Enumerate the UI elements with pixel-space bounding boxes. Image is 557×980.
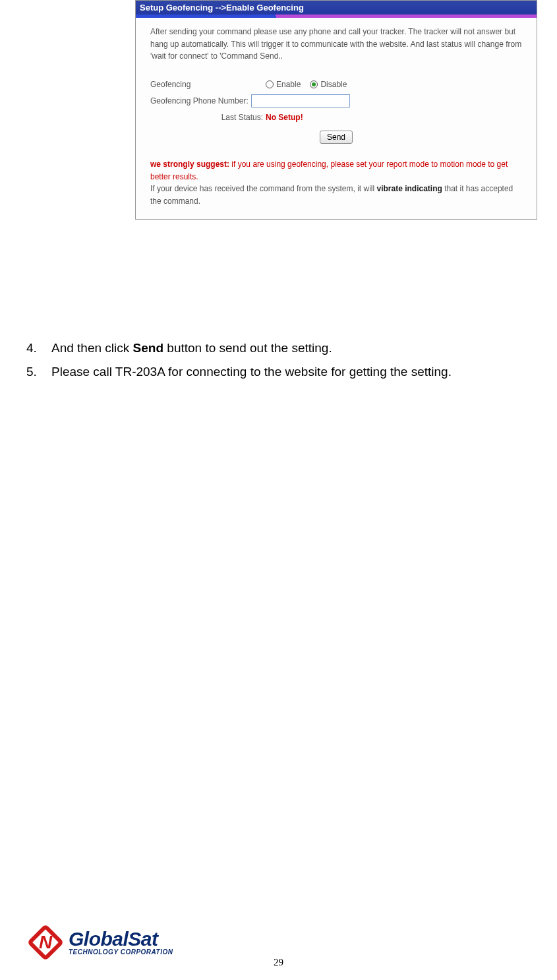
disable-radio-label: Disable bbox=[320, 78, 347, 91]
instruction-4-bold: Send bbox=[133, 341, 163, 355]
instruction-5-number: 5. bbox=[26, 360, 51, 384]
geofencing-label: Geofencing bbox=[150, 78, 266, 91]
geofencing-toggle-row: Geofencing Enable Disable bbox=[150, 78, 522, 91]
instruction-4-before: And then click bbox=[51, 341, 133, 355]
vibrate-indicating: vibrate indicating bbox=[376, 184, 442, 193]
panel-body: After sending your command please use an… bbox=[136, 18, 537, 219]
suggest-prefix: we strongly suggest: bbox=[150, 160, 231, 169]
enable-radio-label: Enable bbox=[276, 78, 301, 91]
instruction-4: 4. And then click Send button to send ou… bbox=[26, 336, 547, 360]
panel-title: Setup Geofencing -->Enable Geofencing bbox=[136, 1, 537, 16]
logo-mark-icon: N bbox=[26, 923, 65, 962]
suggest-line2: If your device has received the command … bbox=[150, 184, 513, 206]
send-button-wrap: Send bbox=[150, 131, 522, 144]
radio-selected-icon bbox=[310, 80, 318, 88]
logo-text: GlobalSat TECHNOLOGY CORPORATION bbox=[69, 929, 173, 956]
page-number: 29 bbox=[274, 957, 283, 968]
suggest-line2-before: If your device has received the command … bbox=[150, 184, 376, 193]
disable-radio[interactable]: Disable bbox=[310, 78, 347, 91]
radio-empty-icon bbox=[266, 80, 274, 88]
instruction-4-text: And then click Send button to send out t… bbox=[51, 336, 547, 360]
instruction-5-text: Please call TR-203A for connecting to th… bbox=[51, 360, 547, 384]
phone-number-row: Geofencing Phone Number: bbox=[150, 94, 522, 107]
logo-sub-text: TECHNOLOGY CORPORATION bbox=[69, 949, 173, 956]
phone-number-input[interactable] bbox=[251, 94, 350, 107]
last-status-label: Last Status: bbox=[150, 111, 266, 124]
panel-intro-text: After sending your command please use an… bbox=[150, 26, 522, 63]
globalsat-logo: N GlobalSat TECHNOLOGY CORPORATION bbox=[26, 923, 173, 962]
instruction-4-number: 4. bbox=[26, 336, 51, 360]
geofencing-panel: Setup Geofencing -->Enable Geofencing Af… bbox=[135, 0, 537, 220]
send-button[interactable]: Send bbox=[320, 131, 353, 144]
phone-number-label: Geofencing Phone Number: bbox=[150, 95, 249, 107]
instruction-5: 5. Please call TR-203A for connecting to… bbox=[26, 360, 547, 384]
suggest-block: we strongly suggest: if you are using ge… bbox=[150, 158, 522, 207]
instruction-4-after: button to send out the setting. bbox=[163, 341, 332, 355]
instruction-list: 4. And then click Send button to send ou… bbox=[26, 336, 547, 384]
logo-main-text: GlobalSat bbox=[69, 929, 173, 949]
geofencing-radio-group: Enable Disable bbox=[266, 78, 353, 91]
enable-radio[interactable]: Enable bbox=[266, 78, 301, 91]
last-status-row: Last Status: No Setup! bbox=[150, 111, 522, 124]
suggest-line1: we strongly suggest: if you are using ge… bbox=[150, 160, 508, 181]
last-status-value: No Setup! bbox=[266, 111, 303, 124]
